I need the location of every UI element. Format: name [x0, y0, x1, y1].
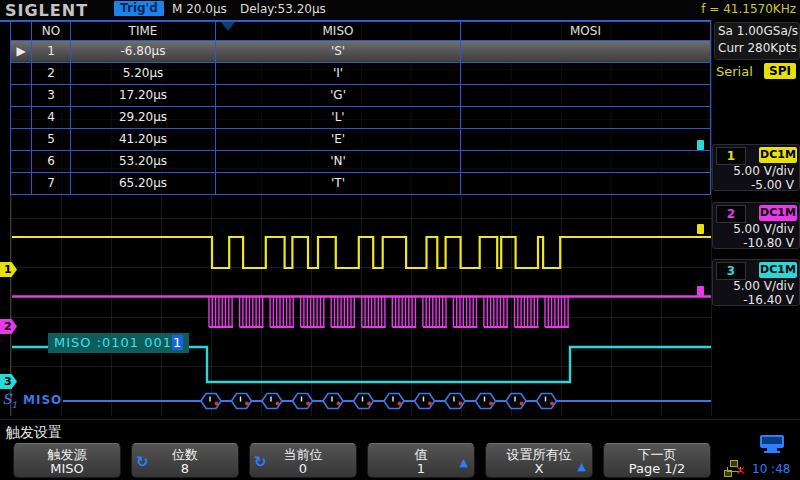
table-row[interactable]: ▶ 1 -6.80μs 'S': [11, 41, 710, 63]
selected-row-pointer-icon: ▶: [11, 41, 32, 63]
miso-bit-pattern-text: MISO :0101 001: [54, 335, 172, 350]
channel2-scale: 5.00 V/div: [733, 222, 794, 236]
softkey-set-all-bits[interactable]: 设置所有位 X ▲: [485, 443, 593, 478]
lan-disconnected-icon: ✕: [724, 460, 748, 478]
channel3-offset: -16.40 V: [743, 293, 794, 307]
sample-rate: Sa 1.00GSa/s: [715, 23, 799, 40]
decode-event-table: NO TIME MISO MOSI ▶ 1 -6.80μs 'S' 2 5.20…: [10, 21, 711, 195]
adjust-arrow-icon: ▲: [578, 460, 586, 473]
channel3-panel[interactable]: 3 DC1M 5.00 V/div -16.40 V: [712, 259, 800, 306]
pointer-column-header: [11, 22, 32, 41]
waveform-plot-area: NO TIME MISO MOSI ▶ 1 -6.80μs 'S' 2 5.20…: [0, 19, 712, 419]
bus-name-label: MISO: [23, 393, 62, 407]
cell-mosi: [461, 151, 710, 173]
cell-no: 6: [32, 151, 71, 173]
adjust-arrow-icon: ▲: [460, 456, 468, 469]
table-row[interactable]: 4 29.20μs 'L': [11, 107, 710, 129]
ch3-level-tab: [697, 140, 704, 150]
channel3-scale: 5.00 V/div: [733, 279, 794, 293]
miso-bit-pattern-label: MISO :0101 0011: [48, 333, 189, 353]
col-header-no: NO: [32, 22, 71, 41]
cell-miso: 'S': [216, 41, 461, 63]
right-sidebar: Sa 1.00GSa/s Curr 280Kpts Serial SPI 1 D…: [712, 19, 800, 420]
cell-time: 17.20μs: [71, 85, 216, 107]
cell-mosi: [461, 129, 710, 151]
channel3-number: 3: [716, 262, 746, 280]
softkey-next-page[interactable]: 下一页 Page 1/2: [603, 443, 711, 478]
memory-depth: Curr 280Kpts: [715, 40, 799, 57]
col-header-mosi: MOSI: [461, 22, 710, 41]
cell-no: 3: [32, 85, 71, 107]
cell-no: 2: [32, 63, 71, 85]
table-row[interactable]: 2 5.20μs 'I': [11, 63, 710, 85]
channel2-number: 2: [716, 205, 746, 223]
softkey-current-bit[interactable]: ↻ 当前位 0: [249, 443, 357, 478]
serial-decode-row[interactable]: Serial SPI: [714, 63, 798, 81]
cell-miso: 'I': [216, 63, 461, 85]
status-icons: ✕ 10 :48: [718, 420, 800, 480]
cell-no: 4: [32, 107, 71, 129]
serial-label: Serial: [716, 64, 753, 79]
channel2-panel[interactable]: 2 DC1M 5.00 V/div -10.80 V: [712, 202, 800, 249]
cell-mosi: [461, 85, 710, 107]
channel1-coupling-badge: DC1M: [759, 147, 797, 163]
cell-no: 7: [32, 173, 71, 194]
channel1-offset: -5.00 V: [751, 178, 794, 192]
miso-bit-cursor: 1: [172, 335, 183, 350]
ch1-level-tab: [697, 224, 704, 234]
cell-miso: 'N': [216, 151, 461, 173]
col-header-time: TIME: [71, 22, 216, 41]
softkey-trigger-source[interactable]: 触发源 MISO: [13, 443, 121, 478]
channel2-offset: -10.80 V: [743, 236, 794, 250]
table-row[interactable]: 3 17.20μs 'G': [11, 85, 710, 107]
table-row[interactable]: 7 65.20μs 'T': [11, 173, 710, 194]
table-header-row: NO TIME MISO MOSI: [11, 22, 710, 41]
serial-type-badge: SPI: [764, 63, 796, 79]
cell-miso: 'G': [216, 85, 461, 107]
cell-no: 1: [32, 41, 71, 63]
ch2-level-tab: [697, 286, 704, 296]
computer-icon: [760, 435, 786, 454]
col-header-miso: MISO: [216, 22, 461, 41]
serial-bus-s1-label: S1: [2, 391, 17, 410]
channel1-number: 1: [716, 147, 746, 165]
menu-title: 触发设置: [6, 424, 62, 442]
cell-time: 65.20μs: [71, 173, 216, 194]
table-row[interactable]: 5 41.20μs 'E': [11, 129, 710, 151]
acquisition-info-panel: Sa 1.00GSa/s Curr 280Kpts: [714, 22, 800, 60]
clock-readout: 10 :48: [752, 462, 790, 476]
cell-mosi: [461, 107, 710, 129]
softkey-bit-value[interactable]: 值 1 ▲: [367, 443, 475, 478]
channel1-scale: 5.00 V/div: [733, 164, 794, 178]
cell-time: 5.20μs: [71, 63, 216, 85]
cell-mosi: [461, 173, 710, 194]
oscilloscope-screen: SIGLENT Trig'd M 20.0μs Delay:53.20μs f …: [0, 0, 800, 480]
table-row[interactable]: 6 53.20μs 'N': [11, 151, 710, 173]
channel2-coupling-badge: DC1M: [759, 205, 797, 221]
channel3-coupling-badge: DC1M: [759, 262, 797, 278]
channel1-panel[interactable]: 1 DC1M 5.00 V/div -5.00 V: [712, 144, 800, 191]
softkey-menu-bar: 触发设置 触发源 MISO ↻ 位数 8 ↻ 当前位 0 值 1 ▲ 设置所有位…: [0, 419, 800, 480]
cell-time: 41.20μs: [71, 129, 216, 151]
cell-no: 5: [32, 129, 71, 151]
cell-miso: 'T': [216, 173, 461, 194]
cell-miso: 'L': [216, 107, 461, 129]
softkey-bit-count[interactable]: ↻ 位数 8: [131, 443, 239, 478]
cell-time: -6.80μs: [71, 41, 216, 63]
cell-time: 29.20μs: [71, 107, 216, 129]
cell-time: 53.20μs: [71, 151, 216, 173]
cell-mosi: [461, 63, 710, 85]
cell-miso: 'E': [216, 129, 461, 151]
cell-mosi: [461, 41, 710, 63]
